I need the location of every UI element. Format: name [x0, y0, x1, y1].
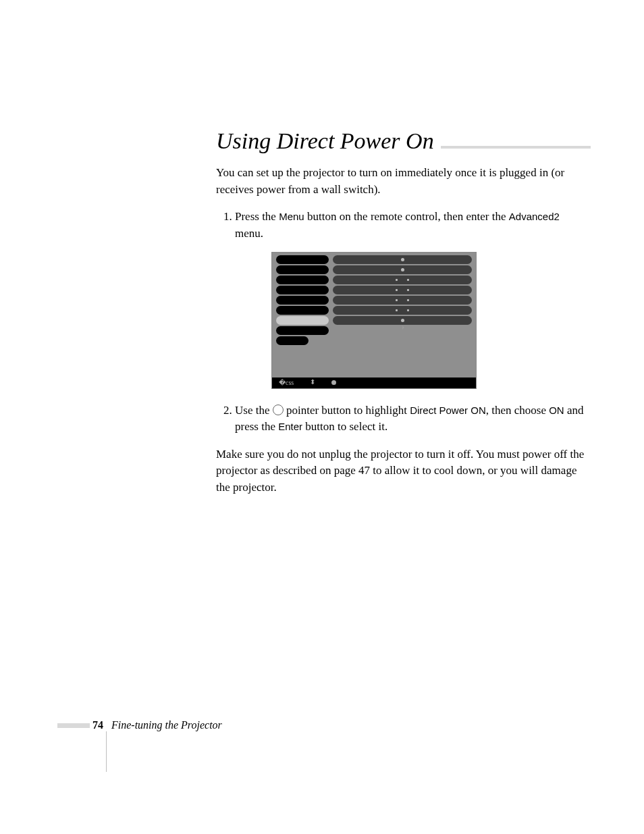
enter-icon [401, 268, 404, 271]
enter-icon [331, 380, 336, 385]
updown-icon: �css [279, 380, 294, 386]
heading-row: Using Direct Power On [216, 128, 591, 154]
footer-title: Fine-tuning the Projector [111, 719, 222, 731]
step1-post: menu. [235, 227, 263, 240]
footer-tab [57, 723, 90, 728]
menu-row [276, 306, 472, 315]
menu-row [276, 296, 472, 305]
enter-icon [401, 258, 404, 261]
step2-post: button to select it. [302, 420, 387, 433]
footer-divider [106, 731, 107, 772]
direct-power-on-label: Direct Power ON [410, 405, 486, 416]
page-heading: Using Direct Power On [216, 128, 434, 154]
page-footer: 74 Fine-tuning the Projector [57, 719, 222, 731]
menu-row [276, 336, 472, 345]
step2-mid1: pointer button to highlight [284, 404, 410, 417]
closing-paragraph: Make sure you do not unplug the projecto… [216, 446, 591, 496]
step2-mid2: , then choose [486, 404, 549, 417]
heading-rule [441, 146, 591, 149]
page-number: 74 [92, 719, 103, 731]
advanced2-label: Advanced2 [509, 211, 560, 222]
menu-row [276, 326, 472, 335]
intro-paragraph: You can set up the projector to turn on … [216, 165, 591, 198]
step-1: Press the Menu button on the remote cont… [235, 209, 591, 388]
body-text-block: Using Direct Power On You can set up the… [216, 128, 591, 507]
menu-row [276, 276, 472, 284]
step1-mid: button on the remote control, then enter… [304, 210, 509, 223]
menu-row-selected [276, 316, 472, 325]
menu-footer-bar: �css ⬍ [272, 377, 476, 388]
step2-pre: Use the [235, 404, 273, 417]
menu-row [276, 265, 472, 274]
page: Using Direct Power On You can set up the… [0, 0, 644, 834]
step-2: Use the pointer button to highlight Dire… [235, 402, 591, 436]
step1-pre: Press the [235, 210, 279, 223]
steps-list: Press the Menu button on the remote cont… [216, 209, 591, 436]
menu-screenshot: �css ⬍ [271, 252, 477, 389]
pointer-icon [273, 405, 284, 415]
menu-row [276, 286, 472, 294]
on-label: ON [549, 405, 564, 416]
enter-icon [401, 319, 404, 322]
menu-button-label: Menu [279, 211, 304, 222]
menu-row [276, 255, 472, 264]
enter-button-label: Enter [278, 421, 302, 432]
